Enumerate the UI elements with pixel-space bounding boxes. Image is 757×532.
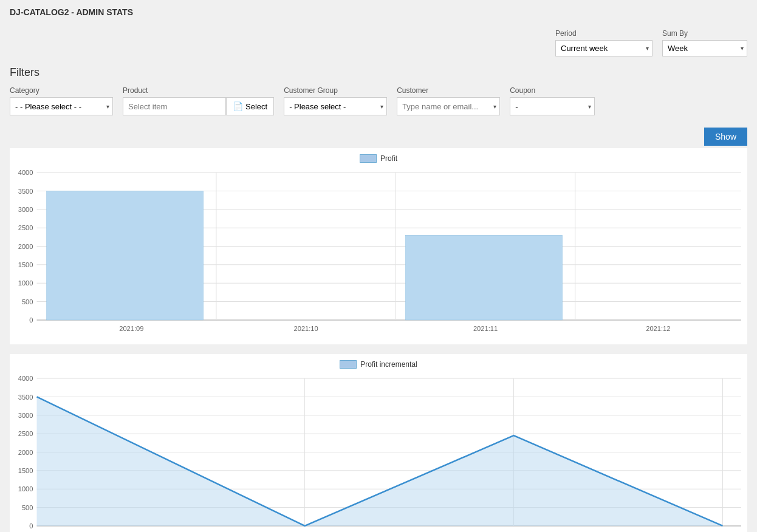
svg-text:3500: 3500 — [18, 394, 33, 401]
bar-2 — [406, 235, 563, 320]
bar-chart-svg: 4000 3500 3000 2500 2000 1500 1000 500 0 — [10, 166, 747, 338]
show-row: Show — [0, 123, 757, 148]
charts-area: Profit 4000 3500 3000 2500 2000 1500 100… — [0, 148, 757, 532]
customer-input-wrapper: ▾ — [397, 97, 500, 115]
filters-section: Filters Category - - Please select - - ▾… — [0, 61, 757, 123]
svg-text:4000: 4000 — [18, 169, 33, 176]
customer-group-label: Customer Group — [284, 86, 387, 95]
line-chart-container: Profit incremental 4000 3500 3000 2500 2… — [10, 354, 747, 532]
svg-text:2021:11: 2021:11 — [473, 325, 498, 332]
line-area-fill — [37, 397, 723, 526]
category-select-wrapper: - - Please select - - ▾ — [10, 97, 113, 115]
top-controls: Period Current week Last week Current mo… — [0, 24, 757, 61]
svg-text:2021:09: 2021:09 — [119, 325, 143, 332]
sumby-select[interactable]: Week Day Month Year — [662, 40, 747, 56]
bar-chart-svg-wrap: 4000 3500 3000 2500 2000 1500 1000 500 0 — [10, 166, 747, 338]
bar-legend-color — [360, 154, 377, 163]
svg-text:2500: 2500 — [18, 224, 33, 231]
customer-input[interactable] — [397, 97, 500, 115]
period-select-wrapper: Current week Last week Current month Las… — [555, 40, 653, 56]
svg-text:0: 0 — [29, 316, 33, 324]
filters-row: Category - - Please select - - ▾ Product… — [10, 86, 747, 115]
period-control: Period Current week Last week Current mo… — [555, 29, 653, 56]
customer-group-select[interactable]: - Please select - — [284, 97, 387, 115]
svg-text:2021:10: 2021:10 — [294, 325, 318, 332]
customer-label: Customer — [397, 86, 500, 95]
sumby-control: Sum By Week Day Month Year ▾ — [662, 29, 747, 56]
line-legend-label: Profit incremental — [360, 360, 417, 369]
period-label: Period — [555, 29, 653, 38]
svg-text:1500: 1500 — [18, 261, 33, 268]
svg-text:500: 500 — [22, 298, 33, 305]
customer-group-select-wrapper: - Please select - ▾ — [284, 97, 387, 115]
svg-text:2500: 2500 — [18, 430, 33, 437]
svg-text:1500: 1500 — [18, 467, 33, 474]
line-legend-color — [340, 360, 357, 369]
period-select[interactable]: Current week Last week Current month Las… — [555, 40, 653, 56]
product-filter: Product 📄 Select — [123, 86, 274, 115]
svg-text:500: 500 — [22, 504, 33, 511]
product-select-label: Select — [245, 102, 267, 111]
coupon-filter: Coupon - ▾ — [510, 86, 595, 115]
category-select[interactable]: - - Please select - - — [10, 97, 113, 115]
product-input[interactable] — [123, 97, 226, 115]
svg-text:4000: 4000 — [18, 375, 33, 382]
svg-text:1000: 1000 — [18, 486, 33, 493]
coupon-select[interactable]: - — [510, 97, 595, 115]
category-label: Category — [10, 86, 113, 95]
customer-filter: Customer ▾ — [397, 86, 500, 115]
svg-text:3000: 3000 — [18, 206, 33, 213]
sumby-select-wrapper: Week Day Month Year ▾ — [662, 40, 747, 56]
line-chart-svg-wrap: 4000 3500 3000 2500 2000 1500 1000 500 0 — [10, 372, 747, 532]
product-select-button[interactable]: 📄 Select — [226, 97, 274, 115]
filters-title: Filters — [10, 66, 747, 79]
svg-text:3000: 3000 — [18, 412, 33, 419]
bar-0 — [47, 191, 204, 319]
svg-text:2021:12: 2021:12 — [646, 325, 670, 332]
customer-group-filter: Customer Group - Please select - ▾ — [284, 86, 387, 115]
svg-text:3500: 3500 — [18, 188, 33, 195]
coupon-select-wrapper: - ▾ — [510, 97, 595, 115]
app-title: DJ-CATALOG2 - ADMIN STATS — [0, 0, 757, 24]
bar-chart-container: Profit 4000 3500 3000 2500 2000 1500 100… — [10, 148, 747, 344]
line-chart-svg: 4000 3500 3000 2500 2000 1500 1000 500 0 — [10, 372, 747, 532]
bar-chart-legend: Profit — [10, 154, 747, 163]
svg-text:0: 0 — [29, 522, 33, 530]
svg-text:2000: 2000 — [18, 449, 33, 456]
svg-text:1000: 1000 — [18, 279, 33, 287]
svg-text:2000: 2000 — [18, 243, 33, 250]
line-chart-legend: Profit incremental — [10, 360, 747, 369]
document-icon: 📄 — [233, 101, 243, 111]
category-filter: Category - - Please select - - ▾ — [10, 86, 113, 115]
bar-legend-label: Profit — [380, 154, 397, 163]
product-label: Product — [123, 86, 274, 95]
product-input-row: 📄 Select — [123, 97, 274, 115]
coupon-label: Coupon — [510, 86, 595, 95]
show-button[interactable]: Show — [704, 128, 747, 146]
sumby-label: Sum By — [662, 29, 747, 38]
